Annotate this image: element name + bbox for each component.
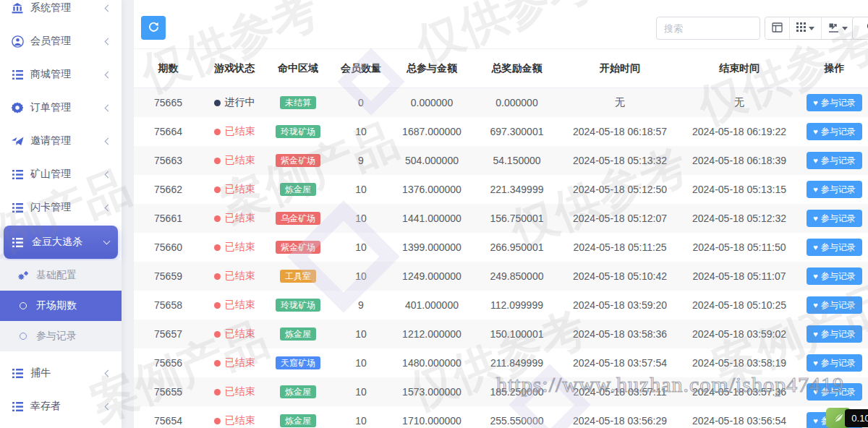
members-cell: 9 [330,299,392,311]
table-body: 75665 进行中 未结算 0 0.000000 0.000000 无 无 ♥ … [134,88,868,428]
zone-badge: 炼金屋 [280,414,316,427]
columns-toggle-button[interactable] [789,17,821,39]
sidebar-item-icon [11,400,24,413]
status-cell: 已结束 [203,125,266,138]
status-text: 已结束 [225,270,255,283]
refresh-button[interactable] [141,16,166,40]
speed-overlay-badge: 0.10 [845,409,868,427]
participation-record-button[interactable]: ♥ 参与记录 [807,123,862,140]
sidebar-item-b0[interactable]: 捕牛 [0,356,122,390]
heart-icon: ♥ [813,273,818,281]
chevron-left-icon [105,369,112,377]
chevron-left-icon [105,171,112,178]
sidebar-item-label: 开场期数 [36,299,77,312]
start-time-cell: 2024-05-18 05:11:25 [562,241,678,253]
participation-record-label: 参与记录 [821,330,856,338]
status-cell: 已结束 [203,241,266,254]
zone-cell: 工具室 [266,270,330,283]
status-text: 已结束 [225,212,255,225]
zone-badge: 炼金屋 [280,385,316,398]
total-reward-cell: 255.550000 [472,415,562,427]
zone-cell: 炼金屋 [266,183,330,196]
total-join-cell: 1441.000000 [392,213,472,224]
participation-record-button[interactable]: ♥ 参与记录 [807,325,862,343]
start-time-cell: 2024-05-18 03:56:29 [562,415,678,427]
total-reward-cell: 221.349999 [472,184,562,195]
sidebar-item-label: 闪卡管理 [30,201,99,214]
table-row: 75659 已结束 工具室 10 1249.000000 249.850000 … [134,262,868,291]
zone-badge: 天窟矿场 [276,356,320,369]
table-row: 75654 已结束 炼金屋 10 1710.000000 255.550000 … [134,406,868,428]
zone-badge: 紫金矿场 [276,154,320,167]
search-button[interactable] [852,17,868,40]
export-icon [828,22,839,35]
sidebar-item-2[interactable]: 商城管理 [0,58,122,91]
sidebar-item-round-periods[interactable]: 开场期数 [0,291,122,321]
start-time-cell: 2024-05-18 05:12:07 [562,213,678,224]
sidebar-item-icon [11,134,24,147]
actions-cell: ♥ 参与记录 [801,152,868,169]
status-dot-icon [214,360,221,367]
sidebar-top-items: 系统管理 会员管理 商城管理 订单管理 邀请管理 矿山管理 闪卡管理 [0,0,122,224]
zone-cell: 天窟矿场 [266,356,330,369]
sidebar-item-0[interactable]: 系统管理 [0,0,122,25]
sidebar-item-icon [11,201,24,214]
sidebar-item-label: 捕牛 [30,367,99,380]
status-cell: 已结束 [203,299,266,312]
actions-cell: ♥ 参与记录 [801,239,868,256]
participation-record-button[interactable]: ♥ 参与记录 [807,152,862,169]
table-row: 75665 进行中 未结算 0 0.000000 0.000000 无 无 ♥ … [134,88,868,117]
zone-cell: 炼金屋 [266,385,330,398]
table-row: 75660 已结束 紫金矿场 10 1399.000000 266.950001… [134,233,868,262]
period-cell: 75655 [134,386,203,398]
table-view-button[interactable] [765,17,789,39]
participation-record-button[interactable]: ♥ 参与记录 [807,268,862,285]
status-dot-icon [214,244,221,251]
status-text: 已结束 [225,385,255,398]
sidebar-item-participation-records[interactable]: 参与记录 [0,321,122,351]
sidebar-item-3[interactable]: 订单管理 [0,91,122,124]
zone-badge: 玲珑矿场 [276,125,320,138]
sidebar-item-label: 邀请管理 [30,134,99,147]
status-cell: 已结束 [203,328,266,341]
chevron-left-icon [105,71,112,78]
participation-record-label: 参与记录 [821,272,856,281]
sidebar-item-4[interactable]: 邀请管理 [0,124,122,158]
sidebar-item-jindou-battle[interactable]: 金豆大逃杀 [4,226,118,259]
zone-badge: 工具室 [280,270,316,283]
participation-record-button[interactable]: ♥ 参与记录 [807,181,862,198]
participation-record-button[interactable]: ♥ 参与记录 [807,383,862,401]
total-join-cell: 1212.000000 [392,328,472,340]
export-button[interactable] [821,17,854,39]
participation-record-button[interactable]: ♥ 参与记录 [807,296,862,314]
sidebar-item-5[interactable]: 矿山管理 [0,158,122,191]
members-cell: 9 [330,155,392,166]
heart-icon: ♥ [813,301,818,309]
main-panel: 期数 游戏状态 命中区域 会员数量 总参与金额 总奖励金额 开始时间 结束时间 … [134,0,868,428]
sidebar-item-6[interactable]: 闪卡管理 [0,191,122,224]
sidebar-item-basic-config[interactable]: 基础配置 [0,260,122,291]
period-cell: 75657 [134,328,203,340]
sidebar-item-label: 系统管理 [30,1,99,14]
status-dot-icon [214,389,221,395]
participation-record-button[interactable]: ♥ 参与记录 [807,94,862,111]
column-header-status: 游戏状态 [203,62,266,75]
status-cell: 已结束 [203,212,266,225]
chevron-left-icon [105,104,112,111]
period-cell: 75659 [134,270,203,282]
total-reward-cell: 150.100001 [472,328,562,340]
sidebar-item-1[interactable]: 会员管理 [0,25,122,58]
zone-cell: 炼金屋 [266,328,330,341]
participation-record-button[interactable]: ♥ 参与记录 [807,354,862,372]
status-cell: 已结束 [203,385,266,398]
end-time-cell: 2024-05-18 05:11:07 [678,270,801,282]
sidebar-item-label: 基础配置 [36,269,77,282]
participation-record-button[interactable]: ♥ 参与记录 [807,210,862,227]
participation-record-button[interactable]: ♥ 参与记录 [807,239,862,256]
participation-record-label: 参与记录 [821,388,856,396]
status-text: 进行中 [225,96,255,109]
start-time-cell: 2024-05-18 03:57:11 [562,386,678,398]
sidebar-item-b1[interactable]: 幸存者 [0,390,122,423]
zone-cell: 未结算 [266,96,330,109]
search-input[interactable] [656,17,760,40]
